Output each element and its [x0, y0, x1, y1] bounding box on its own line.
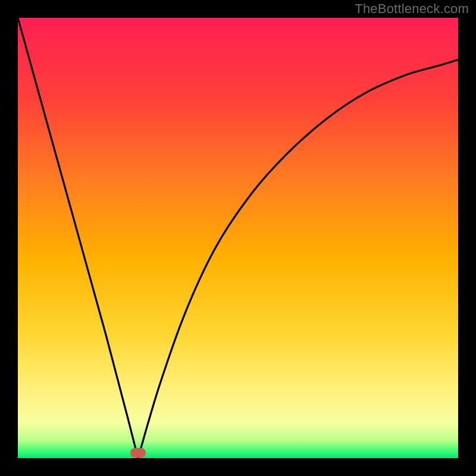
plot-area [18, 18, 458, 458]
optimum-marker [130, 448, 146, 458]
watermark-text: TheBottleneck.com [355, 1, 469, 17]
chart-frame: TheBottleneck.com [0, 0, 476, 476]
curve-path [18, 18, 458, 458]
bottleneck-curve [18, 18, 458, 458]
